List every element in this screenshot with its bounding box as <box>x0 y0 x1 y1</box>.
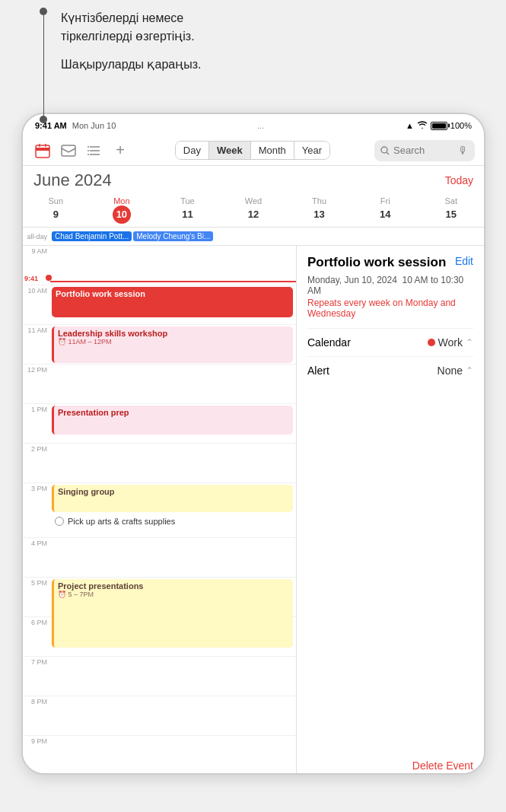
time-label-7pm: 7 PM <box>23 657 50 666</box>
main-content: 9:41 9 AM 10 AM Portfolio work session <box>23 246 484 775</box>
current-time-dot <box>46 275 52 281</box>
svg-point-8 <box>88 146 89 148</box>
day-header-sun[interactable]: Sun 9 <box>23 193 89 227</box>
time-slot-6pm <box>50 617 296 656</box>
detail-alert-row: Alert None ⌃ <box>307 356 473 384</box>
time-slot-4pm <box>50 538 296 577</box>
time-row-11am: 11 AM Leadership skills workshop ⏰ 11AM … <box>23 325 296 365</box>
time-row-3pm: 3 PM Singing group Pick up arts & crafts… <box>23 483 296 538</box>
day-view: 9:41 9 AM 10 AM Portfolio work session <box>23 246 297 775</box>
day-headers: Sun 9 Mon 10 Tue 11 Wed 12 Thu 13 Fri 14… <box>23 193 484 228</box>
time-row-9pm: 9 PM <box>23 736 296 775</box>
time-label-10am: 10 AM <box>23 285 50 295</box>
allday-row: all-day Chad Benjamin Pott... Melody Che… <box>23 228 484 246</box>
time-row-12pm: 12 PM <box>23 365 296 404</box>
alert-label: Alert <box>307 365 329 377</box>
day-header-sat[interactable]: Sat 15 <box>418 193 484 227</box>
day-header-mon[interactable]: Mon 10 <box>89 193 155 227</box>
event-portfolio[interactable]: Portfolio work session <box>52 287 293 317</box>
search-icon <box>380 146 390 155</box>
annotation-layer: Күнтізбелерді немесе тіркелгілерді өзгер… <box>0 0 506 107</box>
annotation-text-1: Күнтізбелерді немесе тіркелгілерді өзгер… <box>61 9 195 46</box>
event-leadership[interactable]: Leadership skills workshop ⏰ 11AM – 12PM <box>52 326 293 363</box>
status-bar: 9:41 AM Mon Jun 10 ... ▲ 100% <box>23 114 484 135</box>
allday-label: all-day <box>23 233 50 240</box>
view-day-button[interactable]: Day <box>176 142 209 159</box>
time-row-7pm: 7 PM <box>23 657 296 696</box>
time-slot-11am: Leadership skills workshop ⏰ 11AM – 12PM <box>50 325 296 364</box>
event-singing[interactable]: Singing group <box>52 485 293 512</box>
time-label-12pm: 12 PM <box>23 365 50 374</box>
current-time-badge: 9:41 <box>24 275 38 282</box>
status-right: ▲ 100% <box>406 121 472 130</box>
status-time: 9:41 AM Mon Jun 10 <box>35 121 116 130</box>
time-label-4pm: 4 PM <box>23 538 50 547</box>
microphone-icon[interactable]: 🎙 <box>458 145 469 157</box>
calendar-dot <box>428 339 435 346</box>
time-grid: 9:41 9 AM 10 AM Portfolio work session <box>23 246 296 775</box>
calendar-icon[interactable] <box>32 140 53 161</box>
day-header-tue[interactable]: Tue 11 <box>154 193 221 227</box>
svg-point-9 <box>88 150 89 151</box>
day-header-fri[interactable]: Fri 14 <box>352 193 418 227</box>
inbox-icon[interactable] <box>58 140 79 161</box>
today-button[interactable]: Today <box>445 174 473 186</box>
edit-button[interactable]: Edit <box>455 255 473 267</box>
current-time-line <box>50 281 296 282</box>
view-year-button[interactable]: Year <box>294 142 329 159</box>
detail-title: Portfolio work session <box>307 255 455 270</box>
time-slot-3pm: Singing group Pick up arts & crafts supp… <box>50 483 296 537</box>
svg-point-10 <box>88 154 89 155</box>
time-slot-8pm <box>50 696 296 735</box>
view-week-button[interactable]: Week <box>209 142 251 159</box>
view-switcher: Day Week Month Year <box>175 141 330 160</box>
toolbar: + Day Week Month Year 🎙 <box>23 135 484 166</box>
add-event-button[interactable]: + <box>110 140 131 161</box>
calendar-label: Calendar <box>307 336 351 349</box>
time-label-2pm: 2 PM <box>23 444 50 453</box>
svg-rect-0 <box>36 145 49 158</box>
time-row-6pm: 6 PM <box>23 617 296 657</box>
time-row-2pm: 2 PM <box>23 444 296 483</box>
time-row-1pm: 1 PM Presentation prep <box>23 404 296 444</box>
time-row-5pm: 5 PM Project presentations ⏰ 5 – 7PM <box>23 578 296 617</box>
time-slot-1pm: Presentation prep <box>50 404 296 443</box>
month-title: June 2024 <box>33 170 112 190</box>
view-month-button[interactable]: Month <box>251 142 294 159</box>
time-label-5pm: 5 PM <box>23 578 50 587</box>
day-header-thu[interactable]: Thu 13 <box>286 193 352 227</box>
allday-event-chad[interactable]: Chad Benjamin Pott... <box>52 231 132 241</box>
svg-rect-1 <box>36 148 49 151</box>
annotation-text-2: Шақыруларды қараңыз. <box>61 57 201 72</box>
alert-value[interactable]: None ⌃ <box>438 365 473 377</box>
delete-event-button[interactable]: Delete Event <box>412 759 473 772</box>
battery-icon <box>431 122 447 130</box>
day-header-wed[interactable]: Wed 12 <box>221 193 287 227</box>
detail-repeat: Repeats every week on Monday and Wednesd… <box>307 298 473 319</box>
allday-event-melody[interactable]: Melody Cheung's Bi... <box>133 231 213 241</box>
event-pickup[interactable]: Pick up arts & crafts supplies <box>52 515 293 527</box>
time-slot-12pm <box>50 365 296 403</box>
time-label-6pm: 6 PM <box>23 617 50 626</box>
time-label-9am: 9 AM <box>23 246 50 255</box>
time-slot-5pm: Project presentations ⏰ 5 – 7PM <box>50 578 296 616</box>
time-label-3pm: 3 PM <box>23 483 50 492</box>
chevron-icon-calendar: ⌃ <box>466 337 473 348</box>
time-label-8pm: 8 PM <box>23 696 50 705</box>
list-icon[interactable] <box>84 140 105 161</box>
time-slot-2pm <box>50 444 296 482</box>
svg-line-12 <box>387 152 389 154</box>
signal-icon: ▲ <box>406 121 414 130</box>
time-row-9am: 9 AM <box>23 246 296 285</box>
event-presentation[interactable]: Presentation prep <box>52 406 293 435</box>
calendar-value[interactable]: Work ⌃ <box>428 336 473 349</box>
search-input[interactable] <box>393 145 454 156</box>
time-slot-9pm <box>50 736 296 775</box>
time-row-4pm: 4 PM <box>23 538 296 578</box>
status-center: ... <box>257 121 264 130</box>
svg-point-11 <box>381 147 387 153</box>
time-slot-10am: Portfolio work session <box>50 285 296 324</box>
search-box[interactable]: 🎙 <box>374 140 475 161</box>
time-label-1pm: 1 PM <box>23 404 50 413</box>
task-circle <box>55 517 64 526</box>
